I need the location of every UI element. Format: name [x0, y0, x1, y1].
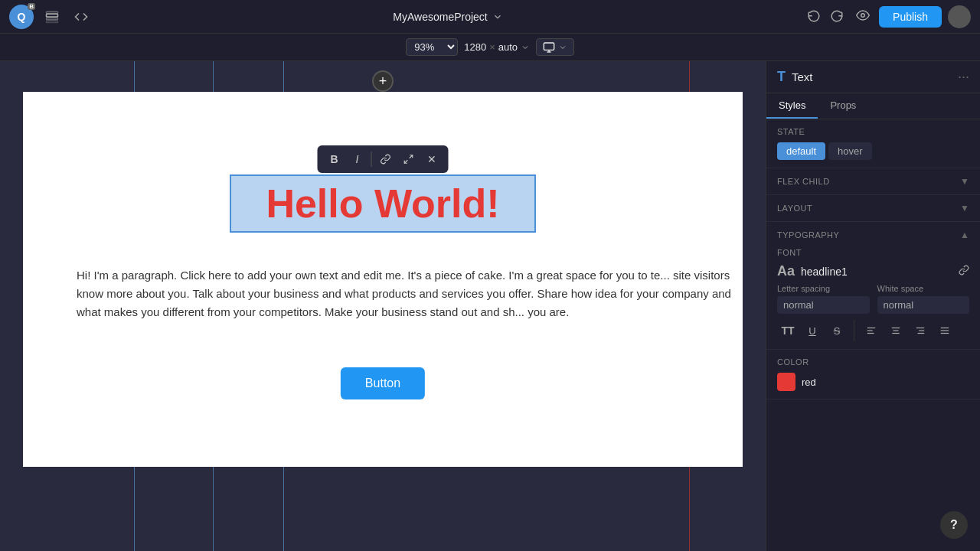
- canvas-frame: B I ✕ Hello World! Hi! I'm a paragraph. …: [23, 92, 743, 467]
- device-chevron-icon: [558, 43, 567, 52]
- hello-world-container[interactable]: Hello World!: [230, 174, 536, 233]
- top-bar: Q B MyAwesomeProject Publish: [0, 0, 980, 34]
- format-divider: [854, 320, 854, 341]
- typography-label: TYPOGRAPHY: [777, 230, 839, 240]
- logo: Q B: [9, 5, 34, 29]
- undo-button[interactable]: [804, 5, 824, 28]
- toolbar-right: Publish: [804, 5, 971, 28]
- typography-section: TYPOGRAPHY ▲ font Aa headline1 Letter sp…: [766, 222, 980, 350]
- font-sublabel: font: [777, 248, 969, 257]
- format-buttons-row: TT U S: [777, 320, 969, 341]
- white-space-label: White space: [877, 284, 970, 293]
- align-center-button[interactable]: [885, 320, 906, 341]
- format-underline-button[interactable]: U: [802, 320, 823, 341]
- clear-format-button[interactable]: ✕: [421, 148, 443, 170]
- tab-styles[interactable]: Styles: [766, 93, 818, 119]
- height-dropdown-icon: [521, 43, 530, 52]
- user-avatar: [948, 5, 971, 28]
- format-strikethrough-button[interactable]: S: [826, 320, 848, 341]
- white-space-value[interactable]: normal: [877, 296, 970, 314]
- svg-rect-2: [47, 18, 58, 19]
- code-icon[interactable]: [70, 6, 92, 28]
- align-justify-button[interactable]: [934, 320, 956, 341]
- color-row: red: [777, 373, 969, 391]
- flex-child-section: FLEX CHILD ▼: [766, 168, 980, 195]
- text-format-toolbar: B I ✕: [318, 145, 449, 173]
- panel-title: Text: [792, 70, 952, 83]
- logo-text: Q: [18, 11, 26, 23]
- main-area: + B I ✕ Hello World!: [0, 61, 980, 551]
- project-name-area: MyAwesomeProject: [100, 11, 796, 23]
- zoom-select[interactable]: 93% 100% 75% 50%: [406, 38, 458, 56]
- flex-child-chevron: ▼: [960, 176, 969, 187]
- layers-icon[interactable]: [41, 6, 63, 28]
- bold-button[interactable]: B: [324, 148, 345, 170]
- format-tt-button[interactable]: TT: [777, 320, 799, 341]
- dimension-separator: ×: [489, 41, 495, 53]
- align-right-button[interactable]: [910, 320, 931, 341]
- redo-button[interactable]: [827, 5, 847, 28]
- state-buttons: default hover: [777, 142, 969, 160]
- publish-button[interactable]: Publish: [879, 6, 942, 28]
- help-button[interactable]: ?: [940, 511, 968, 539]
- logo-badge: B: [28, 3, 35, 10]
- svg-rect-5: [544, 43, 554, 50]
- svg-rect-3: [47, 21, 58, 22]
- color-label: Color: [777, 357, 969, 367]
- color-section: Color red: [766, 350, 980, 399]
- panel-more-button[interactable]: ···: [958, 69, 969, 85]
- cta-button[interactable]: Button: [341, 367, 425, 399]
- svg-point-4: [861, 13, 865, 17]
- layout-header[interactable]: LAYOUT ▼: [777, 203, 969, 214]
- desktop-icon: [543, 41, 555, 54]
- state-section: STATE default hover: [766, 119, 980, 168]
- italic-button[interactable]: I: [347, 148, 368, 170]
- flex-child-label: FLEX CHILD: [777, 177, 830, 186]
- color-swatch[interactable]: [777, 373, 795, 391]
- project-name-text: MyAwesomeProject: [393, 11, 487, 23]
- letter-spacing-label: Letter spacing: [777, 284, 870, 293]
- canvas-width: 1280: [464, 41, 486, 53]
- canvas-dimensions: 1280 × auto: [464, 41, 530, 53]
- layout-chevron: ▼: [960, 203, 969, 214]
- align-left-button[interactable]: [861, 320, 882, 341]
- flex-child-header[interactable]: FLEX CHILD ▼: [777, 176, 969, 187]
- typography-chevron: ▲: [960, 230, 969, 240]
- tab-props[interactable]: Props: [818, 93, 868, 119]
- letter-spacing-item: Letter spacing normal: [777, 284, 870, 314]
- font-sample-icon: Aa: [777, 263, 795, 279]
- canvas-area: + B I ✕ Hello World!: [0, 61, 766, 551]
- state-label: STATE: [777, 127, 969, 136]
- layout-label: LAYOUT: [777, 204, 812, 213]
- white-space-item: White space normal: [877, 284, 970, 314]
- toolbar-divider-1: [371, 152, 372, 167]
- letter-spacing-value[interactable]: normal: [777, 296, 870, 314]
- undo-redo-group: [804, 5, 847, 28]
- add-btn-label: +: [379, 73, 387, 90]
- paragraph-text[interactable]: Hi! I'm a paragraph. Click here to add y…: [77, 266, 735, 321]
- device-button[interactable]: [536, 38, 574, 56]
- svg-rect-1: [47, 11, 58, 13]
- font-row: Aa headline1: [777, 263, 969, 279]
- state-hover-button[interactable]: hover: [828, 142, 872, 160]
- font-name-text: headline1: [801, 266, 952, 278]
- dropdown-icon: [492, 11, 503, 22]
- svg-line-6: [410, 155, 413, 158]
- typography-header[interactable]: TYPOGRAPHY ▲: [777, 230, 969, 240]
- add-element-button[interactable]: +: [372, 70, 394, 92]
- layout-section: LAYOUT ▼: [766, 195, 980, 222]
- panel-tabs: Styles Props: [766, 93, 980, 119]
- state-default-button[interactable]: default: [777, 142, 825, 160]
- color-name-text: red: [802, 377, 816, 388]
- hello-world-text: Hello World!: [239, 181, 527, 227]
- sub-bar: 93% 100% 75% 50% 1280 × auto: [0, 34, 980, 61]
- link-button[interactable]: [375, 148, 397, 170]
- canvas-height: auto: [498, 41, 518, 53]
- svg-rect-0: [47, 14, 58, 17]
- preview-button[interactable]: [853, 5, 873, 28]
- expand-button[interactable]: [398, 148, 420, 170]
- text-type-icon: T: [777, 69, 786, 85]
- font-link-icon[interactable]: [959, 265, 969, 278]
- spacing-row: Letter spacing normal White space normal: [777, 284, 969, 314]
- svg-line-7: [404, 160, 407, 163]
